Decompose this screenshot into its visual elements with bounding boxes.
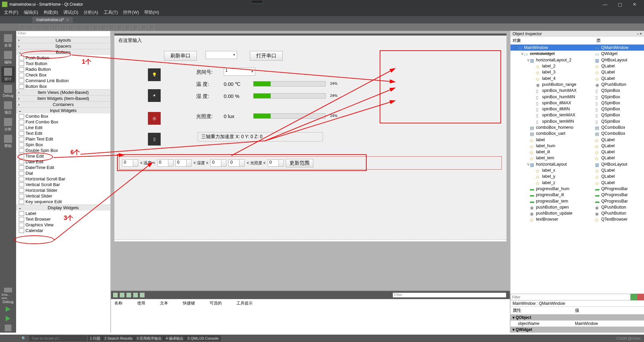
menubar[interactable]: 文件(F) 编辑(E) 构建(B) 调试(D) 分析(A) 工具(T) 控件(W… (0, 8, 644, 16)
object-tree[interactable]: vMainWindowQMainWindowvcentralwidgetQWid… (511, 45, 644, 294)
widget-item[interactable]: Calendar (16, 228, 110, 233)
tree-row[interactable]: label_illQLabel (511, 149, 644, 155)
tree-row[interactable]: label_3QLabel (511, 69, 644, 75)
act-new-icon[interactable] (113, 293, 118, 297)
widget-item[interactable]: Tool Button (16, 61, 110, 66)
inspector-filter[interactable] (511, 294, 631, 300)
tree-row[interactable]: progressBar_humQProgressBar (511, 186, 644, 192)
minimize-button[interactable]: — (598, 0, 612, 8)
maximize-button[interactable]: ▢ (612, 0, 627, 8)
tree-row[interactable]: label_4QLabel (511, 75, 644, 81)
tab-mainwindow-ui[interactable]: mainwindow.ui* ✕ (32, 17, 73, 23)
mode-help[interactable]: 帮助 (1, 133, 15, 150)
spin-hummin[interactable]: 0 (175, 159, 192, 167)
tree-row[interactable]: label_zQLabel (511, 180, 644, 186)
menu-file[interactable]: 文件(F) (1, 9, 21, 15)
act-del-icon[interactable] (133, 293, 138, 297)
widget-item[interactable]: Horizontal Scroll Bar (16, 176, 110, 182)
tool-icon[interactable] (116, 24, 122, 30)
widget-item[interactable]: Horizontal Slider (16, 187, 110, 193)
mode-project[interactable]: 项目 (1, 100, 15, 116)
cat-input[interactable]: Input Widgets (16, 107, 110, 113)
action-filter[interactable]: Filter (392, 292, 506, 298)
add-icon[interactable] (631, 294, 637, 300)
tool-icon[interactable] (60, 24, 66, 30)
mode-analyze[interactable]: 分析 (1, 117, 15, 133)
cat-containers[interactable]: Containers (16, 101, 110, 107)
tool-icon[interactable] (84, 24, 90, 30)
dock-icon[interactable]: ▫ × (637, 32, 642, 36)
prop-cat-qobject[interactable]: ▾ QObject (511, 315, 644, 321)
tree-row[interactable]: progressBar_illQProgressBar (511, 192, 644, 198)
form-canvas[interactable]: 在这里输入 刷新串口 打开串口 💡 ✶ ◎ ▯ 房间号: 1 温 度: 0.00… (114, 34, 506, 241)
tree-row[interactable]: spinBox_illMINQSpinBox (511, 106, 644, 112)
kit-selector[interactable]: Sma…omeDebug (1, 288, 15, 304)
widget-item[interactable]: Dial (16, 170, 110, 176)
widget-item[interactable]: Text Edit (16, 130, 110, 136)
widget-item[interactable]: Check Box (16, 72, 110, 78)
titlebar-dropdown[interactable] (251, 0, 263, 3)
act-open-icon[interactable] (120, 293, 124, 297)
menu-edit[interactable]: 编辑(E) (21, 9, 41, 15)
tab-close-icon[interactable]: ✕ (66, 18, 69, 22)
tool-icon[interactable] (108, 24, 114, 30)
tool-icon[interactable] (36, 24, 42, 30)
tree-row[interactable]: spinBox_illMAXQSpinBox (511, 100, 644, 106)
tool-icon[interactable] (44, 24, 50, 30)
widget-item[interactable]: Date/Time Edit (16, 165, 110, 170)
col-class[interactable]: 类 (596, 38, 601, 44)
room-combo[interactable]: 1 (224, 68, 255, 76)
tree-row[interactable]: progressBar_temQProgressBar (511, 198, 644, 204)
close-button[interactable]: ✕ (627, 0, 642, 8)
cat-itemviews[interactable]: Item Views (Model-Based) (16, 89, 110, 95)
status-pane[interactable]: 2 Search Results (102, 336, 135, 341)
tree-row[interactable]: label_2QLabel (511, 63, 644, 69)
widget-item[interactable]: Graphics View (16, 222, 110, 228)
tool-icon[interactable] (132, 24, 138, 30)
mode-edit[interactable]: 编辑 (1, 50, 15, 66)
cat-buttons[interactable]: Buttons (16, 49, 110, 55)
widget-item[interactable]: Combo Box (16, 113, 110, 119)
mode-welcome[interactable]: 欢迎 (1, 33, 15, 49)
tool-icon[interactable] (76, 24, 82, 30)
tree-row[interactable]: spinBox_temMINQSpinBox (511, 118, 644, 124)
build-button[interactable] (5, 325, 11, 331)
refresh-button[interactable]: 刷新串口 (164, 51, 197, 61)
widget-item[interactable]: Time Edit (16, 153, 110, 159)
tree-row[interactable]: label_yQLabel (511, 173, 644, 179)
menu-analyze[interactable]: 分析(A) (81, 9, 101, 15)
tree-row[interactable]: spinBox_temMAXQSpinBox (511, 112, 644, 118)
widget-item[interactable]: Vertical Scroll Bar (16, 182, 110, 187)
tool-icon[interactable] (68, 24, 74, 30)
menu-debug[interactable]: 调试(D) (61, 9, 81, 15)
tree-row[interactable]: vcentralwidgetQWidget (511, 51, 644, 57)
spin-illmax[interactable]: 0 (268, 159, 284, 167)
widget-item[interactable]: Line Edit (16, 125, 110, 130)
widget-item[interactable]: Plain Text Edit (16, 136, 110, 142)
tool-icon[interactable] (92, 24, 98, 30)
col-prop[interactable]: 属性 (513, 307, 575, 314)
tree-row[interactable]: labelQLabel (511, 136, 644, 142)
tree-row[interactable]: spinBox_humMAXQSpinBox (511, 88, 644, 94)
tree-row[interactable]: comboBox_homenoQComboBox (511, 124, 644, 130)
widget-item[interactable]: Push Button (16, 55, 110, 61)
spin-temmax[interactable]: 0 (157, 159, 173, 167)
widget-item[interactable]: Font Combo Box (16, 119, 110, 125)
tree-row[interactable]: pushButton_rangeQPushButton (511, 81, 644, 88)
menu-help[interactable]: 帮助(H) (142, 9, 162, 15)
menu-build[interactable]: 构建(B) (41, 9, 61, 15)
uart-combo[interactable] (206, 51, 237, 59)
tool-icon[interactable] (28, 24, 34, 30)
cat-display[interactable]: Display Widgets (16, 205, 110, 211)
tree-row[interactable]: pushButton_updateQPushButton (511, 210, 644, 216)
status-pane[interactable]: 1 问题 (88, 336, 102, 341)
widget-item[interactable]: Command Link Button (16, 78, 110, 83)
widget-item[interactable]: Vertical Slider (16, 193, 110, 199)
tree-row[interactable]: vhorizontalLayoutQHBoxLayout (511, 161, 644, 167)
spin-illmin[interactable]: 0 (228, 159, 245, 167)
action-col[interactable]: 快捷键 (183, 300, 195, 306)
tree-row[interactable]: spinBox_humMINQSpinBox (511, 94, 644, 100)
tree-row[interactable]: pushButton_openQPushButton (511, 204, 644, 210)
widget-item[interactable]: Spin Box (16, 142, 110, 148)
cat-spacers[interactable]: Spacers (16, 43, 110, 49)
